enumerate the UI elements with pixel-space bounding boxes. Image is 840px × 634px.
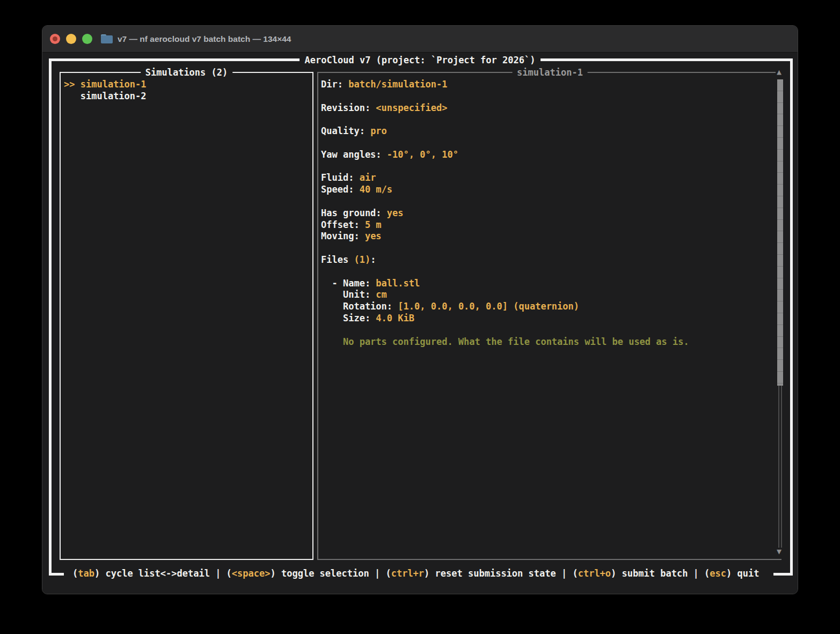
selection-cursor: >> xyxy=(64,79,81,90)
selection-cursor xyxy=(64,91,81,101)
text-segment: Unit: xyxy=(321,289,376,300)
detail-line: Fluid: air xyxy=(321,172,777,184)
text-segment: Files xyxy=(321,254,354,265)
outer-frame-right xyxy=(790,58,793,576)
detail-line: Yaw angles: -10°, 0°, 10° xyxy=(321,149,777,161)
detail-line: Revision: <unspecified> xyxy=(321,102,777,114)
text-segment: ) toggle selection | ( xyxy=(271,568,391,579)
detail-line: No parts configured. What the file conta… xyxy=(321,336,777,348)
window-title: v7 — nf aerocloud v7 batch batch — 134×4… xyxy=(118,34,291,44)
detail-line xyxy=(321,266,777,278)
titlebar: v7 — nf aerocloud v7 batch batch — 134×4… xyxy=(42,26,798,53)
detail-line: Speed: 40 m/s xyxy=(321,184,777,196)
text-segment: batch/simulation-1 xyxy=(348,79,447,90)
text-segment: 40 m/s xyxy=(360,184,392,195)
outer-frame-bottom-left xyxy=(49,573,64,576)
text-segment: Quality: xyxy=(321,126,370,136)
outer-frame-bottom-right xyxy=(773,573,793,576)
text-segment: (1) xyxy=(354,254,370,265)
detail-line: Has ground: yes xyxy=(321,208,777,219)
text-segment: ) submit batch | ( xyxy=(611,568,710,579)
text-segment: ctrl+r xyxy=(391,568,424,579)
close-button[interactable] xyxy=(50,34,60,44)
text-segment: [1.0, 0.0, 0.0, 0.0] (quaternion) xyxy=(398,301,579,312)
scrollbar-track[interactable] xyxy=(778,386,782,548)
detail-line: Unit: cm xyxy=(321,289,777,301)
detail-line xyxy=(321,325,777,336)
zoom-button[interactable] xyxy=(82,34,92,44)
detail-line: Offset: 5 m xyxy=(321,219,777,231)
text-segment: : xyxy=(370,254,376,265)
text-segment: ( xyxy=(72,568,78,579)
list-item[interactable]: >> simulation-1 xyxy=(64,79,309,91)
list-item-label: simulation-2 xyxy=(81,91,147,101)
text-segment: pro xyxy=(370,126,387,136)
traffic-lights xyxy=(42,34,92,44)
simulations-panel: Simulations (2) >> simulation-1 simulati… xyxy=(60,72,313,560)
list-item-label: simulation-1 xyxy=(81,79,147,90)
text-segment: Moving: xyxy=(321,231,365,241)
text-segment: Dir: xyxy=(321,79,348,90)
text-segment: - Name: xyxy=(321,278,376,289)
text-segment: cm xyxy=(376,289,386,300)
text-segment: No parts configured. What the file conta… xyxy=(321,336,689,347)
text-segment: Speed: xyxy=(321,184,360,195)
scrollbar-thumb[interactable] xyxy=(777,79,783,386)
text-segment: ) cycle list<->detail | ( xyxy=(94,568,232,579)
detail-line: Files (1): xyxy=(321,254,777,266)
text-segment: air xyxy=(360,172,376,183)
detail-line: Size: 4.0 KiB xyxy=(321,313,777,325)
text-segment: Fluid: xyxy=(321,172,360,183)
text-segment: Yaw angles: xyxy=(321,149,387,160)
detail-line xyxy=(321,114,777,126)
text-segment: -10°, 0°, 10° xyxy=(387,149,458,160)
text-segment: ) reset submission state | ( xyxy=(424,568,578,579)
text-segment: <space> xyxy=(232,568,271,579)
detail-line: - Name: ball.stl xyxy=(321,278,777,290)
folder-icon xyxy=(101,34,113,44)
detail-panel-title: simulation-1 xyxy=(512,67,588,79)
detail-body: Dir: batch/simulation-1 Revision: <unspe… xyxy=(318,73,781,348)
outer-frame-left xyxy=(49,58,52,576)
detail-line xyxy=(321,161,777,173)
list-item[interactable]: simulation-2 xyxy=(64,91,309,102)
text-segment: ctrl+o xyxy=(578,568,611,579)
text-segment: ball.stl xyxy=(376,278,420,289)
scroll-up-icon[interactable]: ▲ xyxy=(776,68,783,76)
text-segment: ) quit xyxy=(726,568,759,579)
detail-line: Dir: batch/simulation-1 xyxy=(321,79,777,91)
app-title: AeroCloud v7 (project: `Project for 2026… xyxy=(300,55,541,67)
text-segment: 4.0 KiB xyxy=(376,313,414,323)
text-segment: Rotation: xyxy=(321,301,398,312)
text-segment: yes xyxy=(387,208,404,218)
text-segment: Size: xyxy=(321,313,376,323)
detail-line: Quality: pro xyxy=(321,126,777,137)
tui-root: AeroCloud v7 (project: `Project for 2026… xyxy=(42,53,798,594)
terminal-window: v7 — nf aerocloud v7 batch batch — 134×4… xyxy=(42,25,798,594)
text-segment: Offset: xyxy=(321,219,365,230)
text-segment: 5 m xyxy=(365,219,382,230)
keybinding-bar: (tab) cycle list<->detail | (<space>) to… xyxy=(69,568,762,580)
detail-line xyxy=(321,196,777,208)
text-segment: yes xyxy=(365,231,382,241)
minimize-button[interactable] xyxy=(66,34,76,44)
detail-line: Rotation: [1.0, 0.0, 0.0, 0.0] (quaterni… xyxy=(321,301,777,313)
detail-panel: simulation-1 Dir: batch/simulation-1 Rev… xyxy=(317,72,781,560)
scroll-down-icon[interactable]: ▼ xyxy=(776,548,783,556)
detail-line xyxy=(321,242,777,254)
text-segment: <unspecified> xyxy=(376,102,447,113)
text-segment: Revision: xyxy=(321,102,376,113)
text-segment: Has ground: xyxy=(321,208,387,218)
text-segment: tab xyxy=(78,568,94,579)
text-segment: esc xyxy=(710,568,726,579)
detail-line xyxy=(321,137,777,149)
simulations-panel-title: Simulations (2) xyxy=(141,67,233,79)
detail-line: Moving: yes xyxy=(321,231,777,242)
detail-line xyxy=(321,91,777,102)
